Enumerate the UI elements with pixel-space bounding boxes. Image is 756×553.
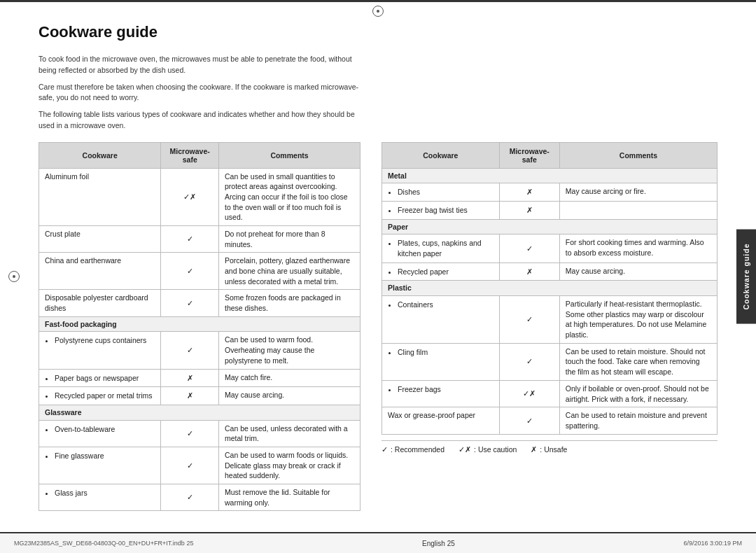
page-title: Cookware guide <box>38 23 718 41</box>
table-row: Recycled paper May cause arcing. <box>382 262 718 281</box>
category-row: Plastic <box>382 281 718 296</box>
cookware-cell: Freezer bags <box>382 380 500 407</box>
check-icon <box>526 416 533 425</box>
legend-recommended: ✓ : Recommended <box>382 445 444 454</box>
check-icon <box>526 357 533 365</box>
symbol-cell <box>499 343 559 380</box>
check-icon <box>187 493 193 501</box>
category-cell: Glassware <box>39 405 360 420</box>
check-icon <box>187 299 193 307</box>
symbol-cell <box>161 420 219 447</box>
header-cookware: Cookware <box>39 142 161 168</box>
table-row: Wax or grease-proof paper Can be used to… <box>382 407 718 434</box>
table-row: Containers Particularly if heat-resistan… <box>382 296 718 344</box>
header-microwave-safe: Microwave-safe <box>161 142 219 168</box>
comments-cell: Some frozen foods are packaged in these … <box>219 290 360 316</box>
check-icon <box>187 461 193 470</box>
footer-left: MG23M2385AS_SW_DE68-04803Q-00_EN+DU+FR+I… <box>14 540 193 547</box>
page-container: Cookware guide Cookware guide To cook fo… <box>0 0 756 553</box>
symbol-cell <box>161 168 219 225</box>
left-column: Cookware Microwave-safe Comments Aluminu… <box>38 142 360 512</box>
comments-cell: May cause arcing. <box>219 387 360 405</box>
table-row: Disposable polyester cardboard dishes So… <box>39 290 360 316</box>
category-row: Paper <box>382 219 718 234</box>
comments-cell: Porcelain, pottery, glazed earthenware a… <box>219 253 360 290</box>
table-row: Aluminum foil Can be used in small quant… <box>39 168 360 225</box>
symbol-cell <box>161 290 219 316</box>
symbol-cell <box>161 484 219 511</box>
table-row: Polystyrene cups containers Can be used … <box>39 332 360 369</box>
symbol-cell <box>161 253 219 290</box>
cookware-cell: Dishes <box>382 183 500 202</box>
intro-para2: Care must therefore be taken when choosi… <box>38 82 360 104</box>
comments-cell: May catch fire. <box>219 369 360 387</box>
table-row: Paper bags or newspaper May catch fire. <box>39 369 360 387</box>
two-column-layout: Cookware Microwave-safe Comments Aluminu… <box>38 142 718 512</box>
table-row: Dishes May cause arcing or fire. <box>382 183 718 202</box>
header-cookware-right: Cookware <box>382 142 500 168</box>
symbol-cell <box>161 447 219 484</box>
symbol-cell <box>499 262 559 281</box>
table-row: Fine glassware Can be used to warm foods… <box>39 447 360 484</box>
table-row: Glass jars Must remove the lid. Suitable… <box>39 484 360 511</box>
symbol-cell <box>161 225 219 252</box>
unsafe-symbol: ✗ <box>531 445 537 454</box>
comments-cell: Can be used to retain moisture and preve… <box>559 407 717 434</box>
right-column: Cookware Microwave-safe Comments Metal <box>382 142 718 512</box>
check-cross-icon <box>183 192 196 201</box>
symbol-cell <box>161 332 219 369</box>
check-cross-icon <box>523 389 536 398</box>
cookware-cell: Aluminum foil <box>39 168 161 225</box>
cookware-cell: Freezer bag twist ties <box>382 201 500 219</box>
legend-unsafe: ✗ : Unsafe <box>531 445 567 454</box>
comments-cell: Only if boilable or oven-proof. Should n… <box>559 380 717 407</box>
footer-right: 6/9/2016 3:00:19 PM <box>683 540 742 547</box>
cross-icon <box>187 391 193 400</box>
cookware-cell: Recycled paper <box>382 262 500 281</box>
cookware-cell: Wax or grease-proof paper <box>382 407 500 434</box>
recommended-label: : Recommended <box>391 445 444 454</box>
cookware-cell: Crust plate <box>39 225 161 252</box>
category-cell: Plastic <box>382 281 718 296</box>
comments-cell: Can be used to warm foods or liquids. De… <box>219 447 360 484</box>
category-row: Glassware <box>39 405 360 420</box>
cookware-cell: Oven-to-tableware <box>39 420 161 447</box>
table-row: Oven-to-tableware Can be used, unless de… <box>39 420 360 447</box>
category-cell: Metal <box>382 168 718 183</box>
category-row: Fast-food packaging <box>39 316 360 332</box>
header-microwave-safe-right: Microwave-safe <box>499 142 559 168</box>
cross-icon <box>526 267 533 276</box>
comments-cell: For short cooking times and warming. Als… <box>559 234 717 262</box>
cookware-cell: Plates, cups, napkins and kitchen paper <box>382 234 500 262</box>
category-cell: Fast-food packaging <box>39 316 360 332</box>
legend-use-caution: ✓✗ : Use caution <box>458 445 517 454</box>
intro-para3: The following table lists various types … <box>38 109 360 132</box>
symbol-cell <box>499 380 559 407</box>
cookware-cell: China and earthenware <box>39 253 161 290</box>
check-icon <box>187 346 193 354</box>
cookware-cell: Recycled paper or metal trims <box>39 387 161 405</box>
comments-cell: Can be used to warm food. Overheating ma… <box>219 332 360 369</box>
table-row: Crust plate Do not preheat for more than… <box>39 225 360 252</box>
legend: ✓ : Recommended ✓✗ : Use caution ✗ : Uns… <box>382 440 718 454</box>
check-icon <box>187 267 193 275</box>
category-cell: Paper <box>382 219 718 234</box>
use-caution-symbol: ✓✗ <box>458 445 471 454</box>
bottom-bar: MG23M2385AS_SW_DE68-04803Q-00_EN+DU+FR+I… <box>0 532 756 553</box>
cookware-cell: Cling film <box>382 343 500 380</box>
cross-icon <box>187 374 193 382</box>
comments-cell: Can be used in small quantities to prote… <box>219 168 360 225</box>
content-area: Cookware guide To cook food in the micro… <box>0 2 756 525</box>
symbol-cell <box>161 369 219 387</box>
table-row: Cling film Can be used to retain moistur… <box>382 343 718 380</box>
comments-cell: Can be used to retain moisture. Should n… <box>559 343 717 380</box>
symbol-cell <box>161 387 219 405</box>
recommended-symbol: ✓ <box>382 445 388 454</box>
symbol-cell <box>499 183 559 202</box>
category-row: Metal <box>382 168 718 183</box>
cookware-cell: Fine glassware <box>39 447 161 484</box>
cookware-cell: Disposable polyester cardboard dishes <box>39 290 161 316</box>
use-caution-label: : Use caution <box>474 445 517 454</box>
intro-para1: To cook food in the microwave oven, the … <box>38 54 360 76</box>
cross-icon <box>526 206 533 214</box>
